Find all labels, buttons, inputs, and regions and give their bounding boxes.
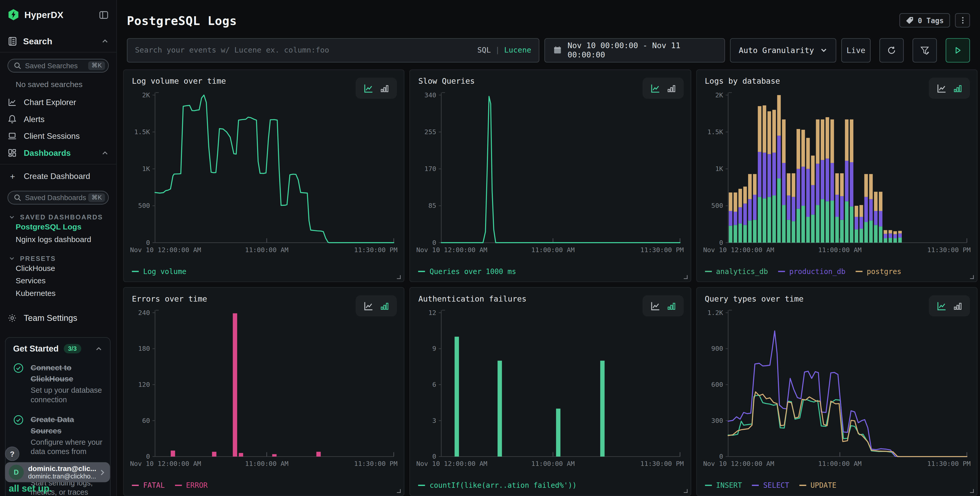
event-search-box[interactable]: SQL | Lucene bbox=[127, 38, 539, 62]
help-label: ? bbox=[10, 450, 14, 458]
sidebar-item-dashboards[interactable]: Dashboards bbox=[0, 145, 116, 161]
search-section-icon bbox=[8, 36, 18, 46]
dashboard-grid: Log volume over time 05001K1.5K2KNov 10 … bbox=[123, 70, 977, 496]
resize-handle-icon[interactable] bbox=[397, 275, 401, 279]
resize-handle-icon[interactable] bbox=[684, 275, 687, 279]
saved-searches-input[interactable] bbox=[25, 62, 88, 69]
hyperdx-logo-icon bbox=[8, 9, 19, 21]
chart-title: Log volume over time bbox=[132, 76, 226, 86]
dashboards-icon bbox=[8, 148, 18, 158]
chart-plot[interactable]: 05001K1.5K2KNov 10 12:00:00 AM11:00:00 A… bbox=[703, 90, 970, 257]
legend-label: SELECT bbox=[763, 481, 789, 490]
brand-name: HyperDX bbox=[24, 10, 99, 20]
live-button[interactable]: Live bbox=[841, 38, 870, 62]
chart-canvas: 085170255340Nov 10 12:00:00 AM11:00:00 A… bbox=[417, 90, 684, 257]
sidebar-item-search[interactable]: Search bbox=[0, 33, 116, 49]
chart-plot[interactable]: 05001K1.5K2KNov 10 12:00:00 AM11:00:00 A… bbox=[130, 90, 398, 257]
sidebar-item-postgresql-logs[interactable]: PostgreSQL Logs bbox=[0, 221, 116, 233]
legend-label: ERROR bbox=[186, 481, 208, 490]
chart-plot[interactable]: 085170255340Nov 10 12:00:00 AM11:00:00 A… bbox=[417, 90, 684, 257]
legend-label: Log volume bbox=[143, 267, 186, 276]
legend-item[interactable]: FATAL bbox=[132, 481, 165, 490]
bar-chart-icon[interactable] bbox=[380, 83, 390, 93]
svg-text:255: 255 bbox=[425, 128, 436, 136]
legend-item[interactable]: production_db bbox=[778, 267, 845, 276]
resize-handle-icon[interactable] bbox=[397, 489, 401, 493]
line-chart-icon[interactable] bbox=[650, 83, 660, 94]
legend-item[interactable]: SELECT bbox=[752, 481, 789, 490]
lucene-toggle[interactable]: Lucene bbox=[504, 46, 531, 54]
legend-item[interactable]: postgres bbox=[856, 267, 901, 276]
collapse-sidebar-icon[interactable] bbox=[99, 10, 109, 20]
refresh-button[interactable] bbox=[880, 38, 904, 62]
saved-searches-box[interactable]: ⌘K bbox=[8, 59, 108, 72]
legend-item[interactable]: countIf(like(arr..ation failed%')) bbox=[418, 481, 577, 490]
legend-item[interactable]: ERROR bbox=[175, 481, 208, 490]
line-chart-icon[interactable] bbox=[363, 83, 374, 94]
sidebar-item-chart-explorer[interactable]: Chart Explorer bbox=[0, 94, 116, 111]
resize-handle-icon[interactable] bbox=[970, 275, 974, 279]
chart-type-toggle[interactable] bbox=[929, 295, 970, 316]
bar-chart-icon[interactable] bbox=[667, 301, 676, 310]
get-started-step-sources[interactable]: Create Data Sources Configure where your… bbox=[13, 414, 102, 458]
chart-type-toggle[interactable] bbox=[642, 78, 684, 99]
line-chart-icon[interactable] bbox=[936, 301, 947, 311]
legend-dash-icon bbox=[705, 485, 712, 486]
resize-handle-icon[interactable] bbox=[684, 489, 687, 493]
line-chart-icon[interactable] bbox=[936, 83, 947, 94]
saved-dashboards-input[interactable] bbox=[25, 194, 88, 201]
svg-text:0: 0 bbox=[433, 453, 436, 460]
line-chart-icon[interactable] bbox=[363, 301, 374, 311]
chart-type-toggle[interactable] bbox=[642, 295, 684, 316]
user-account-button[interactable]: D dominic.tran@clic... dominic.tran@clic… bbox=[5, 462, 110, 482]
filter-button[interactable] bbox=[913, 38, 937, 62]
line-chart-icon[interactable] bbox=[650, 301, 660, 311]
chart-title: Errors over time bbox=[132, 294, 207, 303]
more-options-button[interactable] bbox=[955, 13, 970, 28]
chart-plot[interactable]: 036912Nov 10 12:00:00 AM11:00:00 AM11:30… bbox=[417, 308, 684, 470]
bar-chart-icon[interactable] bbox=[667, 83, 676, 93]
run-query-button[interactable] bbox=[945, 38, 970, 62]
svg-text:0: 0 bbox=[719, 239, 723, 246]
legend-item[interactable]: Log volume bbox=[132, 267, 186, 276]
filter-edit-icon bbox=[920, 46, 929, 55]
help-button[interactable]: ? bbox=[5, 447, 19, 461]
chart-plot[interactable]: 060120180240Nov 10 12:00:00 AM11:00:00 A… bbox=[130, 308, 398, 470]
legend-item[interactable]: INSERT bbox=[705, 481, 742, 490]
chart-plot[interactable]: 03006009001.2KNov 10 12:00:00 AM11:00:00… bbox=[703, 308, 970, 470]
saved-dashboards-box[interactable]: ⌘K bbox=[8, 191, 108, 204]
chevron-up-icon bbox=[101, 38, 108, 45]
svg-text:170: 170 bbox=[425, 165, 436, 172]
sidebar-item-kubernetes[interactable]: Kubernetes bbox=[0, 287, 116, 300]
sidebar-item-nginx-dashboard[interactable]: Nginx logs dashboard bbox=[0, 233, 116, 246]
chart-card-auth-failures: Authentication failures 036912Nov 10 12:… bbox=[410, 287, 691, 496]
get-started-step-connect[interactable]: Connect to ClickHouse Set up your databa… bbox=[13, 362, 102, 405]
granularity-select[interactable]: Auto Granularity bbox=[730, 38, 837, 62]
bar-chart-icon[interactable] bbox=[380, 301, 390, 310]
create-dashboard-button[interactable]: + Create Dashboard bbox=[0, 167, 116, 185]
get-started-header[interactable]: Get Started 3/3 bbox=[13, 344, 102, 353]
bar-chart-icon[interactable] bbox=[953, 83, 963, 93]
svg-text:500: 500 bbox=[711, 202, 723, 209]
chart-type-toggle[interactable] bbox=[929, 78, 970, 99]
resize-handle-icon[interactable] bbox=[970, 489, 974, 493]
group-presets[interactable]: PRESETS bbox=[0, 254, 116, 262]
sidebar-item-services[interactable]: Services bbox=[0, 274, 116, 287]
sidebar-item-team-settings[interactable]: Team Settings bbox=[0, 309, 116, 326]
bar-chart-icon[interactable] bbox=[953, 301, 963, 310]
legend-item[interactable]: Queries over 1000 ms bbox=[418, 267, 516, 276]
sidebar-item-clickhouse[interactable]: ClickHouse bbox=[0, 262, 116, 275]
event-search-input[interactable] bbox=[135, 46, 477, 54]
chart-type-toggle[interactable] bbox=[356, 78, 397, 99]
sidebar-item-client-sessions[interactable]: Client Sessions bbox=[0, 128, 116, 145]
date-range-picker[interactable]: Nov 10 00:00:00 - Nov 11 00:00:00 bbox=[544, 38, 725, 62]
legend-item[interactable]: UPDATE bbox=[799, 481, 837, 490]
svg-text:600: 600 bbox=[711, 381, 723, 388]
sidebar-item-alerts[interactable]: Alerts bbox=[0, 111, 116, 128]
group-saved-dashboards[interactable]: SAVED DASHBOARDS bbox=[0, 213, 116, 221]
legend-item[interactable]: analytics_db bbox=[705, 267, 768, 276]
chart-type-toggle[interactable] bbox=[356, 295, 397, 316]
sql-toggle[interactable]: SQL bbox=[477, 46, 491, 54]
svg-text:240: 240 bbox=[138, 309, 150, 316]
tags-button[interactable]: 0 Tags bbox=[900, 13, 950, 28]
